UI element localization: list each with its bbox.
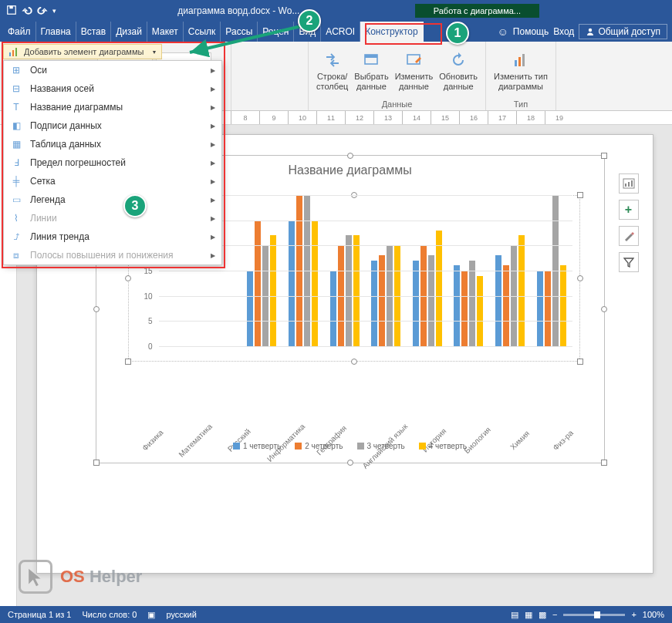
edit-data-button[interactable]: Изменить данные	[393, 49, 435, 93]
menu-item-0[interactable]: ⊞Оси▶	[4, 61, 221, 79]
annotation-arrow-icon	[185, 22, 309, 60]
chart-elements-menu: ⊞Оси▶⊟Названия осей▶TНазвание диаграммы▶…	[3, 60, 222, 265]
share-label: Общий доступ	[598, 26, 660, 37]
status-spellcheck-icon[interactable]: ▣	[147, 610, 155, 620]
menu-item-6[interactable]: ╪Сетка▶	[4, 172, 221, 190]
tab-design[interactable]: Дизай	[111, 22, 147, 42]
resize-handle[interactable]	[125, 359, 131, 365]
resize-handle[interactable]	[577, 192, 583, 198]
tab-chart-design[interactable]: Конструктор	[360, 22, 423, 42]
resize-handle[interactable]	[577, 275, 583, 281]
group-label-data: Данные	[382, 99, 413, 109]
submenu-arrow-icon: ▶	[211, 160, 215, 167]
resize-handle[interactable]	[347, 460, 353, 466]
legend-label: 3 четверть	[367, 442, 405, 450]
legend-item[interactable]: 1 четверть	[233, 442, 281, 450]
add-chart-element-label: Добавить элемент диаграммы	[24, 47, 144, 56]
view-read-icon[interactable]: ▤	[511, 610, 518, 620]
chart-floating-buttons: +	[619, 173, 639, 272]
svg-rect-13	[625, 184, 626, 187]
resize-handle[interactable]	[577, 359, 583, 365]
menu-item-icon: T	[10, 101, 22, 113]
zoom-out-button[interactable]: −	[552, 610, 557, 619]
feedback-icon[interactable]: ☺	[498, 25, 508, 38]
zoom-slider[interactable]	[563, 614, 625, 616]
menu-item-7[interactable]: ▭Легенда▶	[4, 190, 221, 209]
save-icon[interactable]	[6, 5, 17, 18]
switch-row-column-button[interactable]: Строка/ столбец	[315, 49, 350, 93]
zoom-level[interactable]: 100%	[643, 610, 664, 619]
menu-item-icon: ▭	[10, 194, 22, 206]
dropdown-arrow-icon: ▼	[151, 49, 157, 55]
submenu-arrow-icon: ▶	[211, 178, 215, 185]
menu-item-label: Подписи данных	[30, 120, 102, 131]
zoom-in-button[interactable]: +	[631, 610, 636, 619]
menu-item-icon: ╪	[10, 175, 22, 187]
resize-handle[interactable]	[93, 306, 100, 312]
status-word-count[interactable]: Число слов: 0	[82, 610, 137, 619]
tab-file[interactable]: Файл	[0, 22, 36, 42]
submenu-arrow-icon: ▶	[211, 234, 215, 241]
resize-handle[interactable]	[93, 460, 100, 466]
svg-rect-10	[518, 57, 521, 66]
watermark-logo: OS Helper	[19, 560, 142, 594]
resize-handle[interactable]	[601, 306, 607, 312]
tab-layout[interactable]: Макет	[147, 22, 184, 42]
view-print-icon[interactable]: ▦	[525, 610, 532, 620]
legend-label: 2 четверть	[305, 442, 343, 450]
add-chart-element-button[interactable]: Добавить элемент диаграммы ▼	[3, 44, 162, 59]
chart-filters-button[interactable]	[619, 252, 639, 272]
menu-item-label: Линии	[30, 213, 57, 224]
menu-item-9[interactable]: ⭜Линия тренда▶	[4, 227, 221, 246]
resize-handle[interactable]	[601, 153, 607, 159]
submenu-arrow-icon: ▶	[211, 86, 215, 93]
view-web-icon[interactable]: ▩	[539, 610, 546, 620]
resize-handle[interactable]	[351, 359, 357, 365]
resize-handle[interactable]	[347, 153, 353, 159]
tab-insert[interactable]: Встав	[76, 22, 111, 42]
menu-item-icon: ⌇	[10, 212, 22, 224]
refresh-data-button[interactable]: Обновить данные	[437, 49, 479, 93]
tell-me-label[interactable]: Помощь	[513, 26, 549, 37]
status-language[interactable]: русский	[166, 610, 196, 619]
select-data-button[interactable]: Выбрать данные	[353, 49, 390, 93]
legend-item[interactable]: 3 четверть	[357, 442, 405, 450]
tab-acrobat[interactable]: ACROI	[321, 22, 360, 42]
menu-item-8: ⌇Линии▶	[4, 209, 221, 227]
status-page[interactable]: Страница 1 из 1	[8, 610, 71, 619]
change-chart-type-button[interactable]: Изменить тип диаграммы	[492, 49, 549, 93]
chart-tools-contextual-title: Работа с диаграмма...	[415, 4, 539, 18]
redo-icon[interactable]	[37, 5, 48, 18]
tab-home[interactable]: Главна	[36, 22, 76, 42]
qat-more-icon[interactable]: ▾	[52, 7, 56, 15]
menu-item-5[interactable]: ℲПредел погрешностей▶	[4, 153, 221, 172]
svg-rect-7	[365, 55, 377, 58]
menu-item-label: Полосы повышения и понижения	[30, 250, 174, 261]
svg-rect-14	[628, 182, 630, 187]
resize-handle[interactable]	[601, 460, 607, 466]
menu-item-label: Названия осей	[30, 83, 94, 94]
chart-styles-button[interactable]	[619, 226, 639, 246]
menu-item-3[interactable]: ◧Подписи данных▶	[4, 116, 221, 135]
menu-item-icon: ⧈	[10, 249, 22, 261]
chart-legend[interactable]: 1 четверть2 четверть3 четверть4 четверть	[96, 442, 604, 450]
menu-item-icon: ◧	[10, 120, 22, 132]
legend-swatch	[357, 443, 364, 450]
chart-elements-button[interactable]: +	[619, 200, 639, 220]
menu-item-icon: ▦	[10, 138, 22, 150]
status-bar: Страница 1 из 1 Число слов: 0 ▣ русский …	[0, 606, 672, 623]
chart-element-icon	[8, 46, 19, 57]
menu-item-2[interactable]: TНазвание диаграммы▶	[4, 98, 221, 116]
svg-rect-18	[15, 48, 17, 56]
undo-icon[interactable]	[22, 5, 32, 18]
sign-in-link[interactable]: Вход	[553, 26, 574, 37]
share-button[interactable]: Общий доступ	[579, 24, 667, 39]
legend-item[interactable]: 2 четверть	[295, 442, 343, 450]
legend-item[interactable]: 4 четверть	[419, 442, 467, 450]
submenu-arrow-icon: ▶	[211, 252, 215, 259]
menu-item-4[interactable]: ▦Таблица данных▶	[4, 135, 221, 153]
menu-item-10: ⧈Полосы повышения и понижения▶	[4, 246, 221, 264]
menu-item-1[interactable]: ⊟Названия осей▶	[4, 79, 221, 98]
chart-layout-options-button[interactable]	[619, 173, 639, 194]
callout-3: 3	[123, 194, 147, 217]
